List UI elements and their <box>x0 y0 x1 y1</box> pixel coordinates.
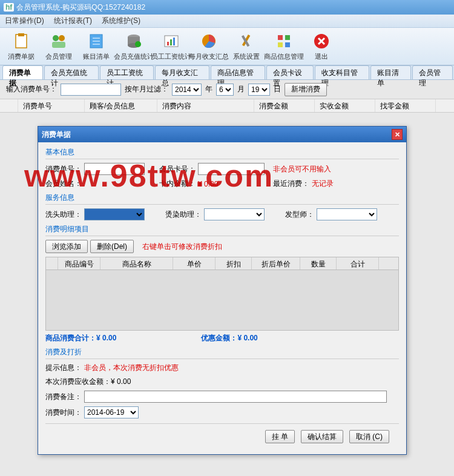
tool-monthly[interactable]: 每月收支汇总 <box>190 29 228 64</box>
card-no-label: 会员卡号： <box>159 164 196 174</box>
tabs: 消费单据 会员充值统计 员工工资统计 每月收支汇总 商品信息管理 会员卡设置 收… <box>0 65 454 80</box>
list-icon <box>87 31 106 51</box>
tool-salary[interactable]: 员工工资统计 <box>153 29 190 64</box>
dialog-close-button[interactable]: ✕ <box>392 129 403 140</box>
svg-rect-20 <box>278 35 283 40</box>
tools-icon <box>237 31 256 51</box>
menubar: 日常操作(D) 统计报表(T) 系统维护(S) <box>0 15 454 28</box>
hold-button[interactable]: 挂 单 <box>265 430 295 443</box>
tool-exit[interactable]: 退出 <box>303 29 340 64</box>
close-icon <box>312 31 331 51</box>
delete-button[interactable]: 删除(Del) <box>90 240 134 253</box>
tool-products[interactable]: 商品信息管理 <box>265 29 303 64</box>
svg-rect-4 <box>52 42 65 48</box>
due-label: 本次消费应收金额：¥ 0.00 <box>45 377 131 387</box>
grid-col-checkbox <box>0 99 18 112</box>
card-no-input[interactable] <box>198 163 265 175</box>
svg-rect-1 <box>18 33 24 36</box>
titlebar: hf 会员管理系统-购买源码QQ:1527240182 <box>0 0 454 15</box>
detail-grid[interactable] <box>45 270 399 331</box>
year-unit: 年 <box>205 84 212 94</box>
info-label: 提示信息： <box>45 363 82 373</box>
browse-add-button[interactable]: 浏览添加 <box>45 240 88 253</box>
menu-system[interactable]: 系统维护(S) <box>102 16 140 26</box>
time-label: 消费时间： <box>45 408 82 418</box>
svg-rect-22 <box>278 42 283 47</box>
clipboard-icon <box>12 31 31 51</box>
svg-rect-15 <box>170 39 172 45</box>
stylist-select[interactable] <box>317 208 377 220</box>
grid-col-change: 找零金额 <box>375 99 436 112</box>
grid-col-received: 实收金额 <box>315 99 375 112</box>
member-name-label: 会员姓名： <box>45 179 82 189</box>
tool-member[interactable]: 会员管理 <box>40 29 77 64</box>
pie-icon <box>199 31 219 51</box>
dialog-bill-no-input[interactable] <box>84 163 145 175</box>
dye-select[interactable] <box>204 208 265 220</box>
dye-label: 烫染助理： <box>165 210 202 220</box>
cancel-button[interactable]: 取消 (C) <box>349 430 389 443</box>
discount-total: 优惠金额：¥ 0.00 <box>201 333 257 343</box>
svg-rect-14 <box>167 42 169 45</box>
grid-col-content: 消费内容 <box>157 99 254 112</box>
database-icon <box>124 31 143 51</box>
detail-hint: 右键单击可修改消费折扣 <box>142 242 222 252</box>
svg-point-2 <box>53 35 59 41</box>
dialog-title: 消费单据 <box>42 130 71 140</box>
stylist-label: 发型师： <box>285 210 314 220</box>
last-consume-label: 最近消费： <box>273 179 309 189</box>
menu-daily[interactable]: 日常操作(D) <box>5 16 44 26</box>
grid-header: 消费单号 顾客/会员信息 消费内容 消费金额 实收金额 找零金额 <box>0 99 454 113</box>
remark-label: 消费备注： <box>45 392 82 402</box>
day-unit: 日 <box>274 84 281 94</box>
info-value: 非会员，本次消费无折扣优惠 <box>84 363 179 373</box>
tab-products[interactable]: 商品信息管理 <box>211 65 265 79</box>
month-select[interactable]: 6 <box>216 84 234 96</box>
goods-total: 商品消费合计：¥ 0.00 <box>45 333 116 343</box>
tab-ledger[interactable]: 账目清单 <box>370 65 411 79</box>
year-select[interactable]: 2014 <box>172 84 202 96</box>
grid-col-amount: 消费金额 <box>254 99 315 112</box>
app-icon: hf <box>4 3 14 12</box>
tab-subject[interactable]: 收支科目管理 <box>315 65 369 79</box>
add-consume-button[interactable]: 新增消费 <box>285 83 327 96</box>
last-consume-value: 无记录 <box>312 179 334 189</box>
bill-no-field-label: 消费单号： <box>45 164 82 174</box>
svg-rect-21 <box>285 35 290 40</box>
confirm-button[interactable]: 确认结算 <box>301 430 343 443</box>
dialog-titlebar[interactable]: 消费单据 ✕ <box>38 127 406 142</box>
svg-point-3 <box>59 35 65 41</box>
svg-rect-23 <box>285 42 290 47</box>
tool-recharge[interactable]: 会员充值统计 <box>115 29 153 64</box>
menu-reports[interactable]: 统计报表(T) <box>54 16 92 26</box>
filter-by-label: 按年月过滤： <box>125 84 168 94</box>
svg-rect-16 <box>173 38 175 45</box>
time-select[interactable]: 2014-06-19 <box>84 406 139 418</box>
bill-no-label: 输入消费单号： <box>6 84 57 94</box>
wash-select[interactable] <box>84 208 145 220</box>
tab-card[interactable]: 会员卡设置 <box>266 65 314 79</box>
tab-salary[interactable]: 员工工资统计 <box>100 65 154 79</box>
remark-input[interactable] <box>84 391 387 403</box>
tab-member[interactable]: 会员管理 <box>412 65 453 79</box>
day-select[interactable]: 19 <box>248 84 270 96</box>
tool-settings[interactable]: 系统设置 <box>228 29 265 64</box>
month-unit: 月 <box>237 84 245 94</box>
filter-bar: 输入消费单号： 按年月过滤： 2014 年 6 月 19 日 新增消费 <box>0 80 454 99</box>
tool-ledger[interactable]: 账目清单 <box>77 29 115 64</box>
svg-point-12 <box>135 41 141 47</box>
basic-group-title: 基本信息 <box>45 147 399 159</box>
consume-dialog: 消费单据 ✕ 基本信息 消费单号： 会员卡号： 非会员可不用输入 会员姓名： 卡… <box>38 126 407 455</box>
toolbar: 消费单据 会员管理 账目清单 会员充值统计 员工工资统计 每月收支汇总 系统设置… <box>0 28 454 65</box>
tool-consume[interactable]: 消费单据 <box>2 29 40 64</box>
people-icon <box>49 31 68 51</box>
tab-recharge[interactable]: 会员充值统计 <box>44 65 99 79</box>
grid-col-billno: 消费单号 <box>18 99 85 112</box>
tab-consume[interactable]: 消费单据 <box>2 65 43 79</box>
detail-header: 商品编号 商品名称 单价 折扣 折后单价 数量 合计 <box>45 257 399 270</box>
balance-label: 卡内余额： <box>159 179 196 189</box>
bill-no-input[interactable] <box>61 84 121 96</box>
svg-rect-0 <box>16 35 27 48</box>
tab-monthly[interactable]: 每月收支汇总 <box>155 65 209 79</box>
grid-icon <box>274 31 294 51</box>
